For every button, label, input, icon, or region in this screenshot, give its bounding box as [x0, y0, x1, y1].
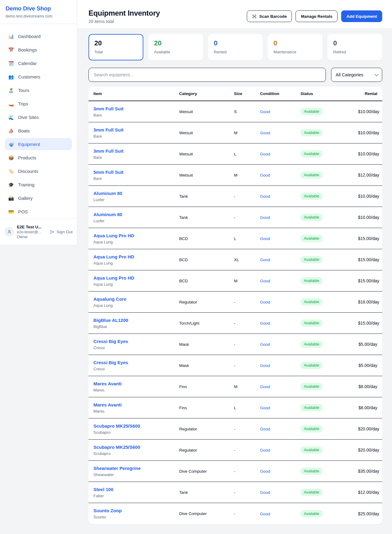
item-brand: Cressi — [93, 345, 179, 350]
sidebar-item-label: Products — [18, 155, 36, 160]
item-condition-link[interactable]: Good — [260, 469, 270, 474]
column-header-condition: Condition — [260, 91, 300, 96]
item-condition-link[interactable]: Good — [260, 173, 270, 177]
item-category: Dive Computer — [179, 511, 234, 516]
item-name-link[interactable]: Aqua Lung Pro HD — [93, 254, 134, 259]
sidebar-item-bookings[interactable]: 📅 Bookings — [5, 44, 72, 56]
table-row: Aqua Lung Pro HD Aqua Lung BCD M Good Av… — [89, 270, 382, 292]
column-header-category: Category — [179, 91, 234, 96]
sidebar-item-training[interactable]: 🎓 Training — [5, 178, 72, 191]
item-name-link[interactable]: Mares Avanti — [93, 402, 122, 407]
stat-card-maintenance[interactable]: 0 Maintenance — [268, 34, 322, 60]
item-brand: Mares — [93, 409, 179, 414]
column-header-item: Item — [89, 91, 179, 96]
item-name-link[interactable]: 5mm Full Suit — [93, 170, 123, 175]
item-condition-link[interactable]: Good — [260, 427, 270, 431]
item-condition-link[interactable]: Good — [260, 131, 270, 135]
item-size: L — [234, 406, 260, 410]
item-name-link[interactable]: 3mm Full Suit — [93, 127, 123, 132]
table-header-row: Item Category Size Condition Status Rent… — [89, 87, 382, 101]
item-condition-link[interactable]: Good — [260, 194, 270, 199]
sign-out-button[interactable]: Sign Out — [50, 230, 73, 234]
scan-barcode-button[interactable]: Scan Barcode — [247, 10, 292, 22]
status-badge: Available — [300, 404, 323, 411]
item-name-link[interactable]: Shearwater Peregrine — [93, 466, 141, 471]
stat-card-available[interactable]: 20 Available — [148, 34, 203, 60]
sidebar-item-calendar[interactable]: 🗓️ Calendar — [5, 57, 72, 69]
item-name-link[interactable]: Scubapro MK25/S600 — [93, 423, 140, 429]
item-condition-link[interactable]: Good — [260, 236, 270, 241]
avatar — [4, 227, 14, 237]
status-badge: Available — [300, 256, 323, 263]
sidebar-item-customers[interactable]: 👥 Customers — [5, 71, 72, 83]
add-equipment-button[interactable]: Add Equipment — [341, 10, 382, 22]
item-name-link[interactable]: 3mm Full Suit — [93, 106, 123, 111]
table-row: Aqua Lung Pro HD Aqua Lung BCD L Good Av… — [89, 228, 382, 249]
sidebar-nav: 📊 Dashboard 📅 Bookings 🗓️ Calendar 👥 Cus… — [0, 24, 77, 218]
sidebar-item-products[interactable]: 📦 Products — [5, 151, 72, 164]
item-name-link[interactable]: 3mm Full Suit — [93, 148, 123, 154]
sidebar-item-trips[interactable]: 🚤 Trips — [5, 97, 72, 110]
training-icon: 🎓 — [8, 182, 14, 187]
item-name-link[interactable]: Scubapro MK25/S600 — [93, 444, 140, 450]
item-condition-link[interactable]: Good — [260, 279, 270, 283]
item-condition-link[interactable]: Good — [260, 215, 270, 220]
stat-card-retired[interactable]: 0 Retired — [327, 34, 382, 60]
sidebar-item-label: Equipment — [18, 142, 40, 147]
item-condition-link[interactable]: Good — [260, 257, 270, 262]
item-condition-link[interactable]: Good — [260, 363, 270, 368]
item-name-link[interactable]: Aqua Lung Pro HD — [93, 275, 134, 280]
stat-card-rented[interactable]: 0 Rented — [208, 34, 263, 60]
item-rental-rate: $5.00/day — [358, 363, 382, 368]
item-name-link[interactable]: Steel 100 — [93, 487, 113, 492]
sidebar-item-discounts[interactable]: 🏷️ Discounts — [5, 165, 72, 177]
item-name-link[interactable]: Cressi Big Eyes — [93, 339, 128, 344]
item-name-link[interactable]: Aqualung Core — [93, 296, 126, 302]
item-category: Regulator — [179, 300, 234, 304]
item-name-link[interactable]: Aluminum 80 — [93, 191, 122, 196]
item-condition-link[interactable]: Good — [260, 406, 270, 410]
item-name-link[interactable]: Mares Avanti — [93, 381, 122, 386]
brand-domain: demo.test.divestreams.com — [6, 14, 71, 18]
item-name-link[interactable]: Aluminum 80 — [93, 212, 122, 217]
brand-name[interactable]: Demo Dive Shop — [6, 5, 71, 12]
table-row: Steel 100 Faber Tank - Good Available $1… — [89, 482, 382, 503]
item-name-link[interactable]: BigBlue AL1200 — [93, 318, 128, 323]
item-name-link[interactable]: Suunto Zoop — [93, 508, 122, 513]
item-category: Dive Computer — [179, 469, 234, 474]
item-name-link[interactable]: Cressi Big Eyes — [93, 360, 128, 365]
item-condition-link[interactable]: Good — [260, 321, 270, 326]
item-condition-link[interactable]: Good — [260, 384, 270, 389]
sidebar-item-equipment[interactable]: 🤿 Equipment — [5, 138, 72, 150]
sidebar-item-pos[interactable]: 💳 POS — [5, 205, 72, 218]
stat-card-total[interactable]: 20 Total — [89, 34, 143, 60]
bookings-icon: 📅 — [8, 48, 14, 52]
item-condition-link[interactable]: Good — [260, 152, 270, 156]
item-condition-link[interactable]: Good — [260, 300, 270, 304]
item-condition-link[interactable]: Good — [260, 448, 270, 452]
item-rental-rate: $15.00/day — [358, 257, 382, 262]
item-size: M — [234, 384, 260, 389]
item-condition-link[interactable]: Good — [260, 342, 270, 347]
sidebar-item-label: Trips — [18, 101, 28, 106]
item-condition-link[interactable]: Good — [260, 490, 270, 495]
item-category: Torch/Light — [179, 321, 234, 326]
table-row: Aqualung Core Aqua Lung Regulator - Good… — [89, 292, 382, 313]
item-category: Mask — [179, 363, 234, 368]
sidebar-item-dashboard[interactable]: 📊 Dashboard — [5, 30, 72, 42]
item-name-link[interactable]: Aqua Lung Pro HD — [93, 233, 134, 238]
status-badge: Available — [300, 150, 323, 158]
item-condition-link[interactable]: Good — [260, 109, 270, 114]
sidebar-item-gallery[interactable]: 📸 Gallery — [5, 192, 72, 204]
sidebar-item-tours[interactable]: 🏝️ Tours — [5, 84, 72, 96]
page-header: Equipment Inventory 20 items total Scan … — [77, 0, 392, 28]
sidebar-item-dive-sites[interactable]: 🌊 Dive Sites — [5, 111, 72, 123]
item-condition-link[interactable]: Good — [260, 512, 270, 516]
search-input[interactable] — [89, 68, 326, 82]
item-brand: Aqua Lung — [93, 261, 179, 265]
category-select[interactable]: All Categories — [331, 68, 382, 82]
sidebar-item-boats[interactable]: ⛵ Boats — [5, 124, 72, 137]
table-row: 5mm Full Suit Bare Wetsuit M Good Availa… — [89, 165, 382, 186]
manage-rentals-button[interactable]: Manage Rentals — [296, 10, 337, 22]
status-badge: Available — [300, 446, 323, 454]
